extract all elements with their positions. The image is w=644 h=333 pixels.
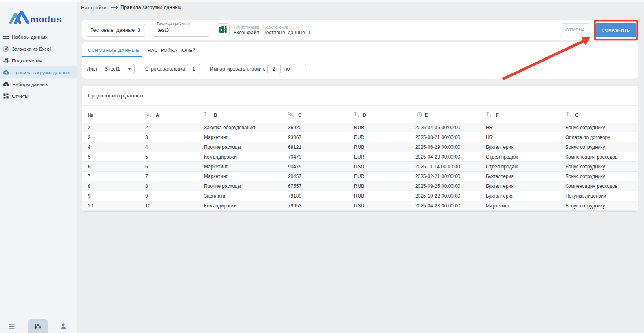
svg-text:x: x	[5, 47, 7, 51]
svg-text:1: 1	[288, 112, 290, 115]
svg-text:1: 1	[145, 112, 147, 115]
svg-text:X: X	[220, 28, 223, 32]
svg-text:T: T	[354, 112, 357, 117]
svg-text:modus: modus	[30, 14, 62, 24]
svg-text:2: 2	[290, 112, 292, 117]
svg-text:T: T	[569, 114, 571, 118]
svg-text:T: T	[489, 114, 491, 118]
svg-text:T: T	[486, 112, 489, 117]
svg-text:2: 2	[147, 112, 149, 117]
svg-text:T: T	[566, 112, 569, 117]
svg-text:T: T	[207, 114, 209, 118]
svg-text:T: T	[204, 112, 207, 117]
svg-text:T: T	[357, 114, 359, 118]
svg-text:3: 3	[292, 114, 294, 118]
svg-text:3: 3	[150, 114, 152, 118]
